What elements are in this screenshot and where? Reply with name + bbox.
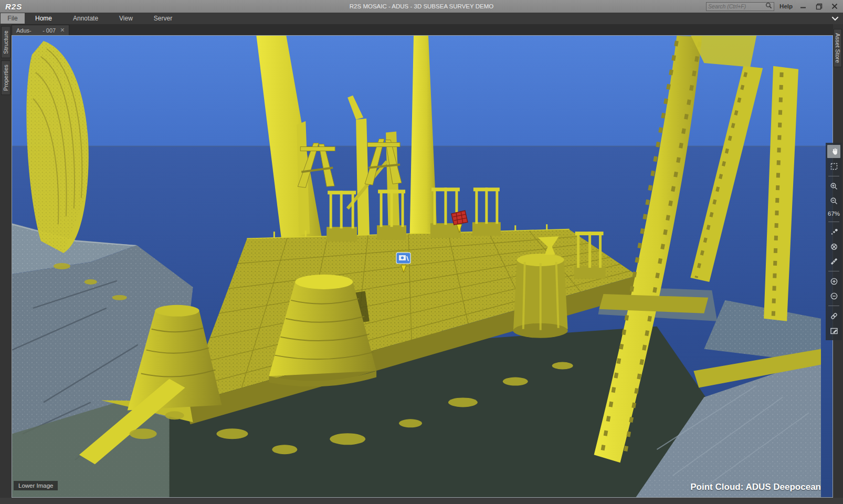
- left-panel-strip: Structure Properties: [0, 24, 12, 498]
- zoom-in-button[interactable]: [827, 180, 840, 193]
- link-button[interactable]: [827, 309, 840, 322]
- sidebar-tab-properties[interactable]: Properties: [1, 60, 10, 95]
- add-circle-button[interactable]: [827, 275, 840, 288]
- close-button[interactable]: [829, 2, 840, 11]
- edit-button[interactable]: [827, 324, 840, 337]
- subtract-circle-button[interactable]: [827, 289, 840, 302]
- document-tab-strip: Adus- - 007 ✕: [12, 24, 833, 35]
- search-box[interactable]: [706, 2, 774, 11]
- menu-server[interactable]: Server: [143, 13, 183, 24]
- viewport-toolbar: 67%: [826, 143, 842, 340]
- toolbar-separator: [828, 176, 839, 176]
- toolbar-separator: [828, 271, 839, 271]
- zoom-level-label[interactable]: 67%: [828, 209, 840, 218]
- chevron-down-icon[interactable]: [831, 14, 839, 24]
- crosshair-button[interactable]: [827, 240, 840, 253]
- help-button[interactable]: Help: [779, 3, 793, 9]
- menu-home[interactable]: Home: [25, 13, 62, 24]
- document-tab[interactable]: Adus- - 007 ✕: [12, 25, 69, 35]
- toolbar-separator: [828, 222, 839, 222]
- search-icon[interactable]: [765, 2, 772, 11]
- menu-view[interactable]: View: [109, 13, 143, 24]
- menu-bar: File Home Annotate View Server: [0, 13, 843, 24]
- viewport-canvas[interactable]: [12, 36, 833, 497]
- title-bar: R2S R2S MOSAIC - ADUS - 3D SUBSEA SURVEY…: [0, 0, 843, 13]
- viewport: Lower Image Point Cloud: ADUS Deepocean: [12, 35, 833, 498]
- point-cloud-attribution: Point Cloud: ADUS Deepocean: [690, 482, 821, 492]
- measure-button[interactable]: [827, 255, 840, 268]
- tab-close-icon[interactable]: ✕: [60, 27, 65, 33]
- app-logo: R2S: [0, 2, 27, 11]
- search-input[interactable]: [708, 3, 765, 9]
- lower-image-label[interactable]: Lower Image: [14, 481, 58, 490]
- sidebar-tab-asset-store[interactable]: Asset Store: [834, 29, 842, 67]
- point-size-button[interactable]: [827, 225, 840, 238]
- marquee-select-button[interactable]: [827, 160, 840, 173]
- document-tab-label: Adus- - 007: [16, 27, 56, 34]
- app-window: R2S R2S MOSAIC - ADUS - 3D SUBSEA SURVEY…: [0, 0, 843, 504]
- sidebar-tab-structure[interactable]: Structure: [1, 26, 10, 58]
- minimize-button[interactable]: [798, 2, 808, 11]
- menu-file[interactable]: File: [1, 13, 25, 24]
- menu-annotate[interactable]: Annotate: [62, 13, 109, 24]
- zoom-out-button[interactable]: [827, 194, 840, 207]
- toolbar-separator: [828, 306, 839, 306]
- pan-tool-button[interactable]: [827, 145, 840, 158]
- restore-button[interactable]: [814, 2, 824, 11]
